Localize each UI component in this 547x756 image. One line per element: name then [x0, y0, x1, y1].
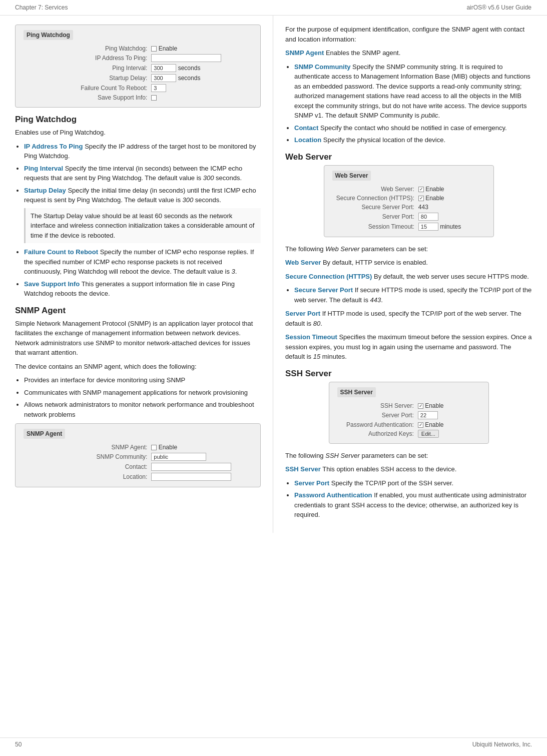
- server-port-term: Server Port: [285, 310, 320, 317]
- table-row: Contact:: [24, 462, 252, 472]
- page: Chapter 7: Services airOS® v5.6 User Gui…: [0, 0, 547, 756]
- ssh-server-heading: SSH Server: [285, 369, 532, 379]
- table-row: Save Support Info:: [24, 93, 252, 102]
- password-auth-term: Password Authentication: [294, 491, 372, 499]
- header-left: Chapter 7: Services: [0, 0, 273, 15]
- ssh-server-box-title: SSH Server: [337, 387, 376, 397]
- web-server-item: Web Server By default, HTTP service is e…: [285, 258, 532, 268]
- password-auth-checkbox[interactable]: [418, 422, 423, 428]
- table-row: Ping Watchdog: Enable: [24, 44, 252, 53]
- ssh-port-input[interactable]: 22: [418, 411, 438, 419]
- pw-value-4: 300 seconds: [149, 73, 252, 83]
- ws-label-1: Web Server:: [332, 185, 416, 194]
- startup-delay-input[interactable]: 300: [151, 74, 176, 82]
- pw-value-1: Enable: [149, 44, 252, 53]
- ping-watchdog-checkbox[interactable]: [151, 46, 157, 52]
- header-row: Chapter 7: Services airOS® v5.6 User Gui…: [0, 0, 547, 16]
- table-row: Server Port: 22: [337, 410, 480, 420]
- server-port-desc: If HTTP mode is used, specify the TCP/IP…: [285, 310, 521, 327]
- ssh-para-intro: The following SSH Server parameters can …: [285, 451, 532, 461]
- location-desc: Specify the physical location of the dev…: [323, 136, 445, 144]
- footer-row: 50 Ubiquiti Networks, Inc.: [0, 737, 547, 751]
- snmp-contact-input[interactable]: [151, 463, 231, 471]
- ssh-server-term: SSH Server: [285, 465, 321, 473]
- pw-value-3: 300 seconds: [149, 63, 252, 73]
- pw-enable-label: Enable: [159, 45, 177, 52]
- snmp-agent-box: SNMP Agent SNMP Agent: Enable SNMP Commu…: [15, 423, 261, 487]
- snmp-right-intro: For the purpose of equipment identificat…: [285, 25, 532, 44]
- pw-value-2: [149, 53, 252, 63]
- list-item: Failure Count to Reboot Specify the numb…: [24, 247, 261, 277]
- ping-watchdog-table: Ping Watchdog: Enable IP Address To Ping…: [24, 44, 252, 102]
- table-row: Web Server: Enable: [332, 185, 485, 194]
- snmp-para2: The device contains an SNMP agent, which…: [15, 362, 261, 372]
- ssh-label-4: Authorized Keys:: [337, 429, 416, 438]
- startup-delay-term: Startup Delay: [24, 187, 66, 194]
- session-timeout-input[interactable]: 15: [418, 223, 438, 231]
- list-item: IP Address To Ping Specify the IP addres…: [24, 142, 261, 161]
- left-column: Ping Watchdog Ping Watchdog: Enable IP A…: [0, 16, 273, 533]
- snmp-intro: Simple Network Management Protocol (SNMP…: [15, 319, 261, 358]
- web-server-list: Secure Server Port If secure HTTPS mode …: [285, 285, 532, 305]
- snmp-community-term: SNMP Community: [294, 63, 350, 71]
- server-port-input[interactable]: 80: [418, 213, 438, 221]
- ssh-list: Server Port Specify the TCP/IP port of t…: [285, 478, 532, 520]
- ssh-server-item: SSH Server This option enables SSH acces…: [285, 464, 532, 474]
- ssh-server-checkbox[interactable]: [418, 403, 423, 409]
- ping-watchdog-box: Ping Watchdog Ping Watchdog: Enable IP A…: [15, 25, 261, 108]
- snmp-location-input[interactable]: [151, 473, 231, 481]
- ping-interval-input[interactable]: 300: [151, 64, 176, 72]
- ssh-label-1: SSH Server:: [337, 401, 416, 410]
- list-item: Communicates with SNMP management applic…: [24, 388, 261, 398]
- ssh-value-4: Edit...: [416, 429, 480, 438]
- ws-value-3: 443: [416, 203, 485, 212]
- https-term: Secure Connection (HTTPS): [285, 273, 372, 280]
- ws-value-5: 15 minutes: [416, 222, 485, 232]
- ws-label-3: Secure Server Port:: [332, 203, 416, 212]
- ssh-label-3: Password Authentication:: [337, 420, 416, 429]
- table-row: SNMP Community: public: [24, 452, 252, 462]
- ssh-value-1: Enable: [416, 401, 480, 410]
- ssh-port-term: Server Port: [294, 479, 329, 487]
- snmp-enable-label: Enable: [159, 444, 177, 451]
- snmp-community-input[interactable]: public: [151, 453, 206, 461]
- web-server-heading: Web Server: [285, 152, 532, 162]
- header-right: airOS® v5.6 User Guide: [273, 0, 546, 15]
- ssh-intro-text: The following: [285, 452, 325, 459]
- ssh-enable-label: Enable: [425, 402, 443, 409]
- table-row: SSH Server: Enable: [337, 401, 480, 410]
- list-item: SNMP Community Specify the SNMP communit…: [294, 62, 532, 121]
- snmp-value-2: public: [149, 452, 252, 462]
- https-item: Secure Connection (HTTPS) By default, th…: [285, 272, 532, 282]
- failure-count-term: Failure Count to Reboot: [24, 248, 98, 256]
- ws-value-2: Enable: [416, 194, 485, 203]
- https-checkbox[interactable]: [418, 196, 424, 201]
- snmp-bullets: Provides an interface for device monitor…: [15, 375, 261, 419]
- ws-https-enable-label: Enable: [425, 195, 444, 202]
- web-server-checkbox[interactable]: [418, 187, 424, 192]
- ssh-server-desc: This option enables SSH access to the de…: [322, 465, 456, 473]
- snmp-agent-term: SNMP Agent: [285, 49, 324, 57]
- list-item: Secure Server Port If secure HTTPS mode …: [294, 285, 532, 305]
- right-column: For the purpose of equipment identificat…: [273, 16, 547, 533]
- web-server-table: Web Server: Enable Secure Connection (HT…: [332, 185, 485, 232]
- https-desc: By default, the web server uses secure H…: [374, 273, 529, 280]
- ip-address-input[interactable]: [151, 54, 221, 62]
- snmp-agent-checkbox[interactable]: [151, 445, 157, 450]
- snmp-right-list: SNMP Community Specify the SNMP communit…: [285, 62, 532, 145]
- save-support-info-checkbox[interactable]: [151, 95, 157, 101]
- ping-watchdog-intro: Enables use of Ping Watchdog.: [15, 128, 261, 138]
- authorized-keys-button[interactable]: Edit...: [418, 430, 439, 438]
- contact-desc: Specify the contact who should be notifi…: [320, 124, 507, 132]
- web-server-desc: By default, HTTP service is enabled.: [323, 259, 428, 266]
- session-timeout-term: Session Timeout: [285, 333, 337, 341]
- snmp-agent-item-text: Enables the SNMP agent.: [326, 49, 400, 57]
- ws-label-5: Session Timeout:: [332, 222, 416, 232]
- table-row: Startup Delay: 300 seconds: [24, 73, 252, 83]
- failure-count-input[interactable]: 3: [151, 84, 166, 92]
- list-item: Password Authentication If enabled, you …: [294, 490, 532, 520]
- table-row: Failure Count To Reboot: 3: [24, 83, 252, 93]
- ws-value-4: 80: [416, 212, 485, 222]
- ping-interval-term: Ping Interval: [24, 165, 63, 172]
- main-content: Ping Watchdog Ping Watchdog: Enable IP A…: [0, 16, 547, 533]
